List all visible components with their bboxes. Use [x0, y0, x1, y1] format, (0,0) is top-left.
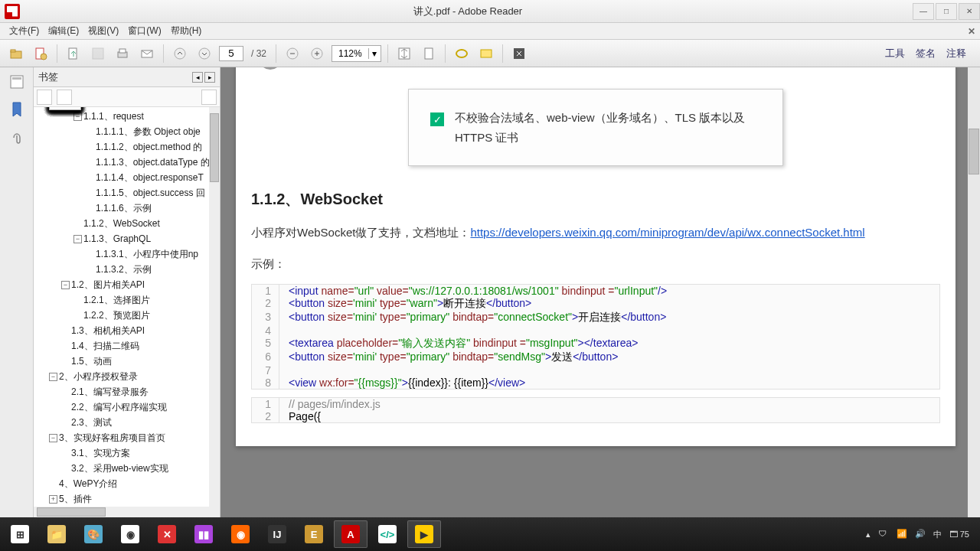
menu-edit[interactable]: 编辑(E) [44, 23, 83, 39]
bookmark-item[interactable]: 3.1、实现方案 [34, 445, 220, 461]
taskbar-intellij[interactable]: IJ [260, 520, 294, 548]
bookmark-ribbon-icon[interactable] [8, 101, 25, 118]
bookmark-item[interactable]: 1.1.3.1、小程序中使用np [34, 246, 220, 262]
document-view[interactable]: www.itheima.com 改变中国IT教育，我们正在行动 ✓ 不校验合法域… [220, 67, 980, 517]
expand-toggle-icon[interactable]: + [49, 495, 57, 504]
attachment-icon[interactable] [8, 129, 25, 145]
bookmark-label: 2、小程序授权登录 [59, 370, 138, 383]
bookmark-item[interactable]: −1.2、图片相关API [34, 277, 220, 292]
menu-view[interactable]: 视图(V) [83, 23, 123, 39]
bookmark-item[interactable]: 1.1.1.2、object.method 的 [34, 139, 220, 155]
tray-battery[interactable]: 🗔 75 [949, 530, 969, 539]
start-button[interactable]: ⊞ [3, 520, 37, 548]
next-bookmark-icon[interactable]: ▸ [204, 72, 215, 83]
tools-panel-button[interactable]: 工具 [885, 47, 905, 60]
create-icon[interactable] [31, 44, 51, 64]
system-tray[interactable]: ▴ 🛡 📶 🔊 中 🗔 75 [866, 529, 977, 540]
bookmark-item[interactable]: 1.1.1.4、object.responseT [34, 170, 220, 185]
taskbar-recorder[interactable]: ▶ [407, 520, 441, 548]
close-button[interactable]: ✕ [959, 3, 980, 20]
taskbar-adobe-reader[interactable]: A [334, 520, 368, 548]
bookmark-item[interactable]: 1.1.1.6、示例 [34, 201, 220, 216]
menu-file[interactable]: 文件(F) [5, 23, 44, 39]
tray-ime[interactable]: 中 [933, 529, 942, 540]
bookmark-item[interactable]: 1.1.2、WebSocket [34, 216, 220, 231]
menu-close-button[interactable]: ✕ [968, 26, 975, 37]
print-icon[interactable] [113, 44, 132, 64]
bookmark-item[interactable]: 1.1.3.2、示例 [34, 262, 220, 277]
sign-panel-button[interactable]: 签名 [916, 47, 936, 60]
menu-help[interactable]: 帮助(H) [166, 23, 207, 39]
page-down-icon[interactable] [194, 44, 214, 64]
tray-up-icon[interactable]: ▴ [866, 530, 871, 540]
read-mode-icon[interactable] [509, 44, 529, 64]
bookmark-item[interactable]: +5、插件 [34, 491, 220, 507]
taskbar-chrome[interactable]: ◉ [113, 520, 147, 548]
bookmark-item[interactable]: 1.1.1.1、参数 Object obje [34, 124, 220, 139]
bookmark-item[interactable]: −1.1.3、GraphQL [34, 231, 220, 246]
code-line: 1<input name="url" value="ws://127.0.0.1… [252, 285, 939, 297]
single-page-icon[interactable] [419, 44, 439, 64]
bookmark-item[interactable]: −3、实现好客租房项目首页 [34, 430, 220, 445]
zoom-out-icon[interactable] [283, 44, 302, 64]
highlight-icon[interactable] [452, 44, 472, 64]
bookmark-item[interactable]: 1.2.1、选择图片 [34, 292, 220, 308]
bookmark-item[interactable]: 1.3、相机相关API [34, 323, 220, 338]
open-icon[interactable] [6, 44, 26, 64]
sidebar-horizontal-scrollbar[interactable] [34, 507, 209, 517]
taskbar-editplus[interactable]: E [297, 520, 331, 548]
chevron-down-icon[interactable]: ▾ [368, 48, 381, 59]
bookmark-item[interactable]: 2.1、编写登录服务 [34, 384, 220, 399]
prev-bookmark-icon[interactable]: ◂ [192, 72, 203, 83]
bookmark-item[interactable]: 1.2.2、预览图片 [34, 308, 220, 323]
bookmark-item[interactable]: 1.5、动画 [34, 354, 220, 369]
code-line: 8<view wx:for="{{msgs}}">{{index}}: {{it… [252, 377, 939, 389]
bookmark-item[interactable]: 1.1.1.5、object.success 回 [34, 185, 220, 201]
bookmark-item[interactable]: 3.2、采用web-view实现 [34, 461, 220, 476]
tray-shield-icon[interactable]: 🛡 [878, 529, 889, 540]
note-icon[interactable] [476, 44, 496, 64]
expand-toggle-icon[interactable]: − [49, 434, 57, 442]
zoom-select[interactable]: 112%▾ [332, 45, 381, 62]
bookmark-label: 4、WePY介绍 [59, 478, 117, 491]
bookmark-item[interactable]: 1.1.1.3、object.dataType 的 [34, 155, 220, 170]
scroll-mode-icon[interactable] [394, 44, 414, 64]
save-icon[interactable] [88, 44, 108, 64]
expand-toggle-icon[interactable]: − [49, 373, 57, 381]
tray-network-icon[interactable]: 📶 [897, 529, 907, 540]
taskbar-postman[interactable]: ◉ [224, 520, 257, 548]
taskbar-paint[interactable]: 🎨 [77, 520, 110, 548]
thumbnails-icon[interactable] [8, 73, 25, 90]
bookmarks-tree[interactable]: −1.1.1、request1.1.1.1、参数 Object obje1.1.… [34, 107, 220, 517]
bookmark-options-icon[interactable] [37, 90, 52, 105]
bookmark-new-icon[interactable] [201, 90, 217, 105]
bookmark-view-icon[interactable] [57, 90, 72, 105]
tray-sound-icon[interactable]: 🔊 [915, 529, 926, 540]
maximize-button[interactable]: □ [936, 3, 957, 20]
page-up-icon[interactable] [170, 44, 190, 64]
expand-toggle-icon[interactable]: − [74, 235, 82, 243]
bookmark-item[interactable]: −1.1.1、request [34, 109, 220, 124]
export-icon[interactable] [64, 44, 83, 64]
menu-window[interactable]: 窗口(W) [123, 23, 165, 39]
comment-panel-button[interactable]: 注释 [946, 47, 966, 60]
expand-toggle-icon[interactable]: − [61, 281, 70, 289]
doc-link[interactable]: https://developers.weixin.qq.com/minipro… [470, 226, 864, 239]
taskbar-app1[interactable]: ▮▮ [187, 520, 220, 548]
bookmark-item[interactable]: −2、小程序授权登录 [34, 369, 220, 384]
bookmark-item[interactable]: 2.3、测试 [34, 415, 220, 430]
zoom-in-icon[interactable] [307, 44, 327, 64]
email-icon[interactable] [137, 44, 157, 64]
bookmark-item[interactable]: 1.4、扫描二维码 [34, 338, 220, 354]
minimize-button[interactable]: — [913, 3, 934, 20]
separator [57, 44, 57, 63]
page-number-input[interactable] [219, 46, 243, 61]
content-vertical-scrollbar[interactable] [968, 67, 980, 517]
taskbar-vscode[interactable]: </> [371, 520, 404, 548]
taskbar-explorer[interactable]: 📁 [40, 520, 74, 548]
sidebar-vertical-scrollbar[interactable] [209, 107, 220, 517]
bookmark-item[interactable]: 2.2、编写小程序端实现 [34, 399, 220, 415]
expand-toggle-icon[interactable]: − [74, 112, 82, 121]
taskbar-xmind[interactable]: ✕ [150, 520, 184, 548]
bookmark-item[interactable]: 4、WePY介绍 [34, 476, 220, 491]
